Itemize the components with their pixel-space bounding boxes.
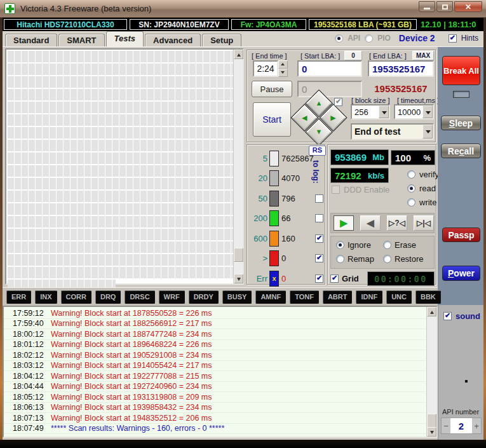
recall-label-pre: Re bbox=[448, 146, 459, 156]
break-all-button[interactable]: Break All bbox=[442, 56, 480, 85]
latency-color-block bbox=[269, 191, 279, 207]
tab-advanced[interactable]: Advanced bbox=[145, 34, 201, 46]
drive-firmware: Fw: JP4OA3MA bbox=[231, 19, 306, 30]
app-icon bbox=[4, 3, 15, 14]
status-led-drdy[interactable]: DRDY bbox=[189, 290, 219, 304]
ignore-radio[interactable] bbox=[336, 241, 344, 249]
close-button[interactable]: ✕ bbox=[454, 1, 482, 12]
spin-up-icon[interactable] bbox=[278, 60, 288, 69]
start-lba-input[interactable]: 0 bbox=[297, 60, 362, 77]
minimize-button[interactable] bbox=[419, 1, 435, 12]
latency-label: 20 bbox=[247, 173, 267, 183]
back-button[interactable]: ◀ bbox=[360, 215, 381, 231]
log-message: Warning! Block start at 1914055424 = 217… bbox=[43, 361, 212, 370]
log-time: 18:05:12 bbox=[4, 393, 43, 402]
log-time: 17:59:40 bbox=[4, 319, 43, 328]
scroll-up-icon[interactable] bbox=[234, 50, 243, 59]
skip-end-button[interactable]: ▷|◁ bbox=[414, 215, 434, 231]
latency-color-block bbox=[269, 250, 279, 266]
status-led-unc[interactable]: UNC bbox=[386, 290, 412, 304]
status-led-corr[interactable]: CORR bbox=[61, 290, 91, 304]
sleep-button[interactable]: Sleep bbox=[441, 116, 481, 130]
status-led-bbk[interactable]: BBK bbox=[415, 290, 441, 304]
write-radio[interactable] bbox=[407, 198, 415, 207]
status-led-idnf[interactable]: IDNF bbox=[356, 290, 382, 304]
restore-radio[interactable] bbox=[383, 255, 391, 263]
log-message: Warning! Block start at 1927240960 = 234… bbox=[43, 382, 212, 391]
grid-checkbox[interactable] bbox=[330, 275, 339, 283]
tab-tests[interactable]: Tests bbox=[106, 31, 144, 46]
nav-checkbox[interactable] bbox=[334, 98, 342, 106]
combo-arrow-icon[interactable] bbox=[422, 105, 433, 118]
status-led-err[interactable]: ERR bbox=[6, 290, 31, 304]
scroll-down-icon[interactable] bbox=[234, 274, 243, 283]
pio-radio[interactable] bbox=[365, 34, 373, 43]
timeout-combo[interactable]: 10000 bbox=[394, 104, 434, 119]
recall-label-post: all bbox=[464, 146, 475, 156]
status-led-abrt[interactable]: ABRT bbox=[323, 290, 353, 304]
latency-count: 66 bbox=[281, 214, 290, 223]
panel-dot bbox=[465, 380, 468, 383]
power-button[interactable]: Power bbox=[442, 266, 480, 281]
log-scrollbar-thumb[interactable] bbox=[427, 414, 436, 428]
nav-up-icon: ▲ bbox=[316, 100, 323, 107]
to-log-checkbox-Err[interactable] bbox=[315, 275, 323, 283]
latency-histogram-panel: RS to log: 57625867204070507962006660016… bbox=[246, 144, 325, 285]
sound-checkbox[interactable] bbox=[443, 312, 452, 320]
pause-button[interactable]: Pause bbox=[252, 81, 292, 97]
block-size-combo[interactable]: 256 bbox=[351, 104, 390, 119]
hints-checkbox[interactable] bbox=[449, 34, 457, 43]
position-value: 953869 bbox=[331, 152, 367, 163]
to-log-checkbox-200[interactable] bbox=[315, 214, 323, 222]
read-radio[interactable] bbox=[407, 184, 415, 193]
recall-button[interactable]: Recall bbox=[441, 144, 481, 158]
to-log-checkbox-50[interactable] bbox=[315, 194, 323, 203]
tab-setup[interactable]: Setup bbox=[202, 34, 241, 46]
log-message: Warning! Block start at 1887477248 = 234… bbox=[43, 330, 212, 339]
api-number-label: API number bbox=[442, 408, 479, 416]
to-log-checkbox->[interactable] bbox=[315, 254, 323, 262]
status-led-tonf[interactable]: TONF bbox=[290, 290, 319, 304]
spin-down-icon[interactable] bbox=[278, 69, 288, 77]
api-minus-button[interactable]: − bbox=[442, 418, 450, 433]
log-scrollbar[interactable] bbox=[426, 307, 436, 437]
api-plus-button[interactable]: + bbox=[472, 418, 481, 433]
log-entry: 18:07:13Warning! Block start at 19483525… bbox=[4, 413, 426, 424]
status-led-busy[interactable]: BUSY bbox=[222, 290, 252, 304]
log-entry: 18:04:44Warning! Block start at 19272409… bbox=[4, 382, 426, 393]
grid-scrollbar-thumb[interactable] bbox=[234, 248, 243, 262]
scan-grid bbox=[8, 51, 233, 280]
tab-standard[interactable]: Standard bbox=[5, 34, 57, 46]
end-lba-input[interactable]: 1953525167 bbox=[368, 60, 434, 77]
erase-radio[interactable] bbox=[383, 241, 391, 249]
status-led-drq[interactable]: DRQ bbox=[95, 290, 121, 304]
status-led-inx[interactable]: INX bbox=[35, 290, 57, 304]
verify-radio[interactable] bbox=[407, 170, 415, 179]
to-log-checkbox-600[interactable] bbox=[315, 234, 323, 243]
start-lba-zero-button[interactable]: 0 bbox=[344, 51, 362, 60]
status-led-amnf[interactable]: AMNF bbox=[255, 290, 286, 304]
status-led-wrf[interactable]: WRF bbox=[159, 290, 185, 304]
maximize-button[interactable] bbox=[436, 1, 453, 12]
passp-button[interactable]: Passp bbox=[442, 227, 480, 242]
combo-arrow-icon[interactable] bbox=[422, 125, 433, 139]
log-message: Warning! Block start at 1922777088 = 215… bbox=[43, 372, 212, 381]
scroll-down-icon[interactable] bbox=[427, 427, 436, 437]
block-size-value: 256 bbox=[352, 107, 379, 117]
status-led-drsc[interactable]: DRSC bbox=[125, 290, 154, 304]
after-action-combo[interactable]: End of test bbox=[351, 123, 434, 140]
end-time-spinner[interactable]: 2:24 bbox=[253, 60, 288, 77]
play-button[interactable]: ▶ bbox=[334, 215, 354, 231]
api-radio[interactable] bbox=[335, 34, 343, 43]
start-button[interactable]: Start bbox=[253, 102, 291, 137]
timeout-value: 10000 bbox=[395, 107, 422, 117]
scan-question-button[interactable]: ▷?◁ bbox=[387, 215, 407, 231]
tab-bar: StandardSMARTTestsAdvancedSetup API PIO … bbox=[3, 31, 483, 47]
combo-arrow-icon[interactable] bbox=[379, 105, 389, 118]
tab-smart[interactable]: SMART bbox=[58, 34, 104, 46]
scroll-up-icon[interactable] bbox=[427, 307, 436, 316]
max-button[interactable]: MAX bbox=[412, 51, 434, 60]
percent-display: 100 % bbox=[391, 150, 435, 165]
grid-scrollbar[interactable] bbox=[233, 50, 243, 283]
remap-radio[interactable] bbox=[336, 255, 344, 263]
